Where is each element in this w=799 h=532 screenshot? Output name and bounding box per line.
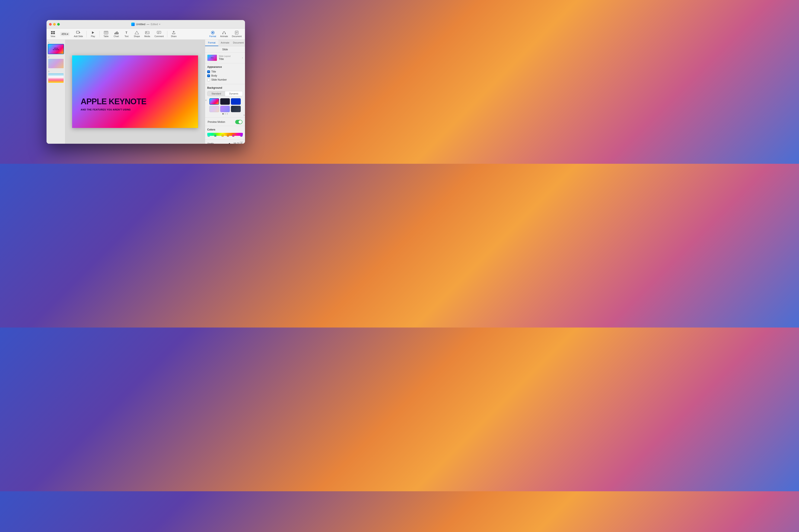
slide-thumbnail-2[interactable]: 2 xyxy=(48,56,64,69)
svg-rect-19 xyxy=(145,31,149,34)
body-checkbox[interactable]: ✓ xyxy=(207,74,210,77)
zoom-button[interactable]: 45% ▾ xyxy=(58,31,71,37)
animate-button[interactable]: Animate xyxy=(219,30,230,38)
svg-rect-4 xyxy=(76,31,79,33)
add-slide-label: Add Slide xyxy=(74,35,83,38)
swatch-next-arrow[interactable]: › xyxy=(243,113,244,117)
background-toggle: Standard Dynamic xyxy=(207,91,243,96)
document-title: Untitled xyxy=(136,23,145,26)
slide-canvas[interactable]: APPLE KEYNOTE AND THE FEATURES YOU AREN'… xyxy=(72,55,198,128)
media-button[interactable]: Media xyxy=(143,30,152,38)
layout-chevron-icon[interactable]: › xyxy=(242,56,243,59)
svg-marker-22 xyxy=(158,34,159,34)
slide-num-3: 3 xyxy=(48,70,64,73)
minimize-button[interactable] xyxy=(53,23,56,25)
slide-number-checkbox-row: Slide Number xyxy=(207,78,243,81)
standard-toggle-btn[interactable]: Standard xyxy=(207,91,225,96)
app-window: Untitled — Edited ▾ View 45% ▾ xyxy=(47,20,245,144)
svg-marker-7 xyxy=(92,31,94,34)
color-stop-4[interactable] xyxy=(227,135,229,137)
maximize-button[interactable] xyxy=(57,23,60,25)
animate-icon xyxy=(222,31,226,35)
document-label: Document xyxy=(232,35,241,38)
slide-img-1: APPLEKEYNOTE xyxy=(48,44,64,54)
swatch-purple1[interactable] xyxy=(220,106,230,112)
colors-gradient-bar[interactable] xyxy=(207,133,243,136)
text-button[interactable]: T Text xyxy=(122,30,131,38)
play-icon xyxy=(91,31,95,35)
slide-layout-row[interactable]: APPLE Slide Layout Title › xyxy=(207,55,243,61)
close-button[interactable] xyxy=(49,23,52,25)
svg-marker-18 xyxy=(135,31,139,34)
dot-2 xyxy=(224,113,226,114)
shape-icon xyxy=(135,31,139,35)
body-label: Body xyxy=(211,74,217,77)
slide-number-label: Slide Number xyxy=(211,78,227,81)
color-stop-5[interactable] xyxy=(232,135,234,137)
tab-document[interactable]: Document xyxy=(232,40,245,46)
title-dropdown-arrow[interactable]: ▾ xyxy=(159,23,160,25)
svg-rect-14 xyxy=(117,31,117,34)
table-button[interactable]: Table xyxy=(102,30,111,38)
table-icon xyxy=(104,31,108,35)
slide-title[interactable]: APPLE KEYNOTE xyxy=(81,97,189,106)
color-stop-6[interactable] xyxy=(240,135,242,137)
title-checkbox[interactable]: ✓ xyxy=(207,70,210,73)
dynamic-toggle-btn[interactable]: Dynamic xyxy=(225,91,243,96)
share-button[interactable]: Share xyxy=(169,30,178,38)
colors-section: Colors xyxy=(205,126,245,139)
slide-img-2 xyxy=(48,58,64,69)
preview-motion-toggle[interactable] xyxy=(235,120,242,124)
angle-up-btn[interactable]: ▲ xyxy=(240,141,243,144)
document-button[interactable]: Document xyxy=(230,30,243,38)
slide-subtitle[interactable]: AND THE FEATURES YOU AREN'T USING xyxy=(81,108,189,111)
body-checkmark: ✓ xyxy=(208,75,210,77)
text-icon: T xyxy=(124,31,129,35)
slide-number-checkbox[interactable] xyxy=(207,78,210,81)
window-title: Untitled — Edited ▾ xyxy=(131,23,160,26)
slide-num-1: 1 xyxy=(48,41,64,43)
slide-layout-name: Title xyxy=(219,57,240,60)
shape-label: Shape xyxy=(134,35,140,38)
slide-thumbnail-3[interactable]: 3 xyxy=(48,70,64,83)
tab-animate[interactable]: Animate xyxy=(218,40,232,46)
swatch-prev-arrow[interactable]: ‹ xyxy=(205,98,206,102)
right-toolbar: Format Animate xyxy=(207,30,243,38)
color-stop-2[interactable] xyxy=(214,135,216,137)
svg-point-26 xyxy=(212,32,213,33)
svg-rect-0 xyxy=(51,31,53,33)
slide-thumbnail-1[interactable]: 1 APPLEKEYNOTE xyxy=(48,41,64,54)
slide-section-title: Slide xyxy=(205,46,245,53)
preview-motion-label: Preview Motion xyxy=(208,120,225,124)
media-label: Media xyxy=(144,35,150,38)
slide-3-bg xyxy=(48,73,63,83)
title-separator: — xyxy=(147,23,149,26)
angle-label: Angle xyxy=(207,142,214,144)
swatch-gradient1[interactable] xyxy=(210,98,219,105)
shape-button[interactable]: Shape xyxy=(132,30,142,38)
format-button[interactable]: Format xyxy=(207,30,218,38)
swatch-blue1[interactable] xyxy=(231,98,241,105)
zoom-control[interactable]: 45% ▾ xyxy=(60,32,70,36)
svg-rect-3 xyxy=(53,33,55,34)
swatch-dark1[interactable] xyxy=(220,98,230,105)
swatch-dark2[interactable] xyxy=(231,106,241,112)
slide-num-2: 2 xyxy=(48,56,64,58)
slide-layout-label: Slide Layout xyxy=(219,55,240,57)
swatch-light1[interactable] xyxy=(210,106,219,112)
color-stop-3[interactable] xyxy=(221,135,224,137)
text-label: Text xyxy=(125,35,128,38)
comment-button[interactable]: Comment xyxy=(153,30,165,38)
play-button[interactable]: Play xyxy=(88,30,98,38)
color-stop-1[interactable] xyxy=(208,135,210,137)
right-panel-tabs: Format Animate Document xyxy=(205,40,245,46)
layout-thumb-text: APPLE xyxy=(211,57,213,58)
add-slide-button[interactable]: Add Slide xyxy=(72,30,85,38)
tab-format[interactable]: Format xyxy=(205,40,218,46)
view-button[interactable]: View xyxy=(48,30,58,38)
svg-text:T: T xyxy=(126,31,127,34)
media-icon xyxy=(145,31,149,35)
toggle-knob xyxy=(239,120,242,124)
chart-button[interactable]: Chart xyxy=(112,30,121,38)
angle-stepper[interactable]: ▲ ▼ xyxy=(240,141,243,144)
